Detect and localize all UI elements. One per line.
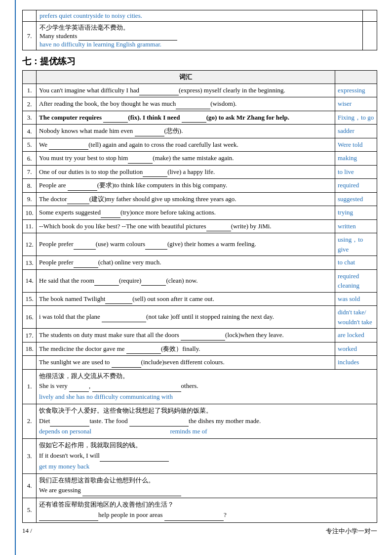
- cell-num: 11.: [23, 219, 37, 233]
- cell-num: 12.: [23, 233, 37, 256]
- cell-num: 1.: [23, 84, 37, 97]
- cell-num: 18.: [23, 342, 37, 356]
- answer-text: lively and she has no difficulty communi…: [39, 393, 173, 400]
- cell-answer: was sold: [335, 292, 377, 306]
- cell-content: 假如它不起作用，我就取回我的钱。 If it doesn't work, I w…: [37, 439, 377, 473]
- table-row: 8. People are (要求)to think like computer…: [23, 179, 377, 193]
- top-table: prefers quiet countryside to noisy citie…: [22, 10, 377, 50]
- cell-answer: wiser: [335, 97, 377, 111]
- cn-text: 还有谁答应帮助贫困地区的人改善他们的生活？: [39, 501, 174, 508]
- cell-content: He said that the room (require) (clean) …: [37, 269, 335, 292]
- cn-text: 我们正在猜想这首歌曲会让他想到什么。: [39, 476, 155, 484]
- table-row: 10. Some experts suggested (try)once mor…: [23, 206, 377, 220]
- section-header: 七：提优练习: [22, 55, 377, 67]
- table-row: 1. 他很活泼，跟人交流从不费劲。 She is very , others. …: [23, 369, 377, 404]
- cell-content: You can't imagine what difficulty I had …: [37, 84, 335, 97]
- en-text: Many students: [39, 32, 177, 40]
- cell-num: 5.: [23, 498, 37, 523]
- table-row: 13. People prefer (chat) online very muc…: [23, 256, 377, 270]
- cell-content: Some experts suggested (try)once more be…: [37, 206, 335, 220]
- cell-num: 2.: [23, 404, 37, 438]
- cell-content: After reading the book, the boy thought …: [37, 97, 335, 111]
- cell-answer: required cleaning: [335, 269, 377, 292]
- cell-num: 3.: [23, 439, 37, 473]
- cell-answer: didn't take/ wouldn't take: [335, 306, 377, 329]
- table-row: 18. The medicine the doctor gave me (奏效）…: [23, 342, 377, 356]
- cell-answer: written: [335, 219, 377, 233]
- cell-answer: are locked: [335, 329, 377, 342]
- cell-num: 15.: [23, 292, 37, 306]
- top-section: prefers quiet countryside to noisy citie…: [22, 10, 377, 50]
- cell-answer: worked: [335, 342, 377, 356]
- cell-content: The medicine the doctor gave me (奏效）fina…: [37, 342, 335, 356]
- cell-num: 6.: [23, 152, 37, 166]
- cell-answer: trying: [335, 206, 377, 220]
- table-row: 5. We (tell) again and again to cross th…: [23, 138, 377, 152]
- cell-content: i was told that the plane (not take )off…: [37, 306, 335, 329]
- cn-text: 饮食取决于个人爱好。这些食物让我想起了我妈妈做的饭菜。: [39, 407, 212, 414]
- part2-table: 1. 他很活泼，跟人交流从不费劲。 She is very , others. …: [22, 369, 377, 523]
- footer: 14 / 专注中小学一对一: [22, 527, 377, 536]
- cell-num: 7.: [23, 165, 37, 179]
- cell-answer: expressing: [335, 84, 377, 97]
- cell-content: 我们正在猜想这首歌曲会让他想到什么。 We are guessing: [37, 473, 377, 498]
- cell-answer: making: [335, 152, 377, 166]
- cell-answer: includes: [335, 356, 377, 370]
- table-row: 3. The computer requires (fix). I think …: [23, 111, 377, 125]
- cell-content: 饮食取决于个人爱好。这些食物让我想起了我妈妈做的饭菜。 Diet taste. …: [37, 404, 377, 438]
- cell-content: The students on duty must make sure that…: [37, 329, 335, 342]
- cell-num: 4.: [23, 473, 37, 498]
- cell-content: --Which book do you like best? --The one…: [37, 219, 335, 233]
- cell-content: You must try your best to stop him (make…: [37, 152, 335, 166]
- cell-num: 8.: [23, 179, 37, 193]
- table-row: 17. The students on duty must make sure …: [23, 329, 377, 342]
- cell-answer: suggested: [335, 192, 377, 206]
- cell-num: 9.: [23, 192, 37, 206]
- cell-num: 16.: [23, 306, 37, 329]
- table-row: 5. 还有谁答应帮助贫困地区的人改善他们的生活？ help people in …: [23, 498, 377, 523]
- table-row: 15. The book named Twilight (sell) out s…: [23, 292, 377, 306]
- cell-num: 1.: [23, 369, 37, 404]
- table-row: 7. 不少学生学英语语法毫不费劲。 Many students have no …: [23, 22, 377, 50]
- table-row: prefers quiet countryside to noisy citie…: [23, 10, 377, 22]
- cell-answer: Were told: [335, 138, 377, 152]
- cell-content: One of our duties is to stop the polluti…: [37, 165, 335, 179]
- header-num: [23, 71, 37, 84]
- cell-num: [23, 356, 37, 370]
- preferstext: prefers quiet countryside to noisy citie…: [39, 12, 142, 19]
- cell-answer: to chat: [335, 256, 377, 270]
- table-row: The sunlight we are used to (include)sev…: [23, 356, 377, 370]
- table-row: 16. i was told that the plane (not take …: [23, 306, 377, 329]
- table-row: 14. He said that the room (require) (cle…: [23, 269, 377, 292]
- table-row: 4. Nobody knows what made him even (悲伤).…: [23, 125, 377, 138]
- cell-num: 5.: [23, 138, 37, 152]
- cell-num: [23, 10, 37, 22]
- cell-content: People prefer (use) warm colours (give) …: [37, 233, 335, 256]
- cell-num: 14.: [23, 269, 37, 292]
- cell-num: 2.: [23, 97, 37, 111]
- cell-num: 3.: [23, 111, 37, 125]
- table-row: 7. One of our duties is to stop the poll…: [23, 165, 377, 179]
- cell-content: 不少学生学英语语法毫不费劲。 Many students have no dif…: [37, 22, 363, 50]
- cell-answer: [362, 10, 377, 22]
- table-row: 3. 假如它不起作用，我就取回我的钱。 If it doesn't work, …: [23, 439, 377, 473]
- table-row: 1. You can't imagine what difficulty I h…: [23, 84, 377, 97]
- header-vocab: 词汇: [37, 71, 335, 84]
- cell-num: 7.: [23, 22, 37, 50]
- answer-text: depends on personal reminds me of: [39, 427, 207, 435]
- cell-content: The sunlight we are used to (include)sev…: [37, 356, 335, 370]
- cell-num: 13.: [23, 256, 37, 270]
- cell-content: 还有谁答应帮助贫困地区的人改善他们的生活？ help people in poo…: [37, 498, 377, 523]
- cell-answer: required: [335, 179, 377, 193]
- cell-content: prefers quiet countryside to noisy citie…: [37, 10, 363, 22]
- table-row: 4. 我们正在猜想这首歌曲会让他想到什么。 We are guessing: [23, 473, 377, 498]
- main-vocab-table: 词汇 1. You can't imagine what difficulty …: [22, 70, 377, 370]
- table-row: 9. The doctor (建议)my father should give …: [23, 192, 377, 206]
- table-row: 12. People prefer (use) warm colours (gi…: [23, 233, 377, 256]
- cell-content: People prefer (chat) online very much.: [37, 256, 335, 270]
- footer-left: 14 /: [22, 527, 32, 536]
- cell-answer: to live: [335, 165, 377, 179]
- table-row: 11. --Which book do you like best? --The…: [23, 219, 377, 233]
- header-answer: [335, 71, 377, 84]
- margin-line: [15, 0, 16, 555]
